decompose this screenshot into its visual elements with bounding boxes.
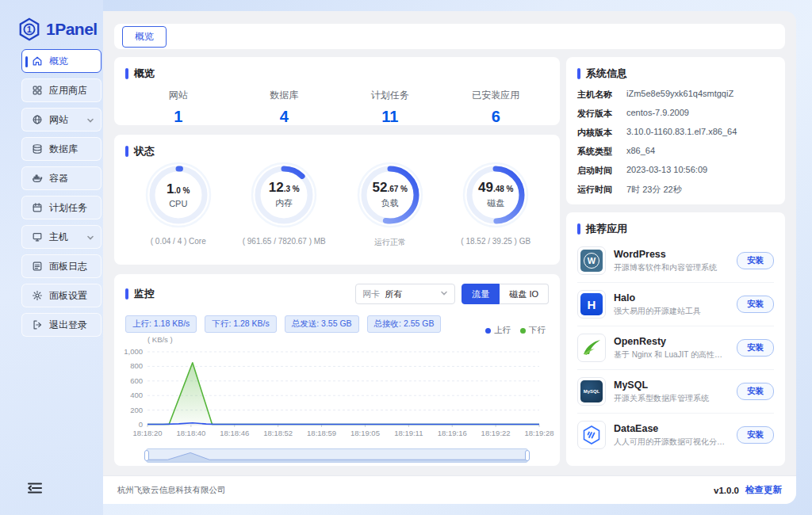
sidebar-item-database[interactable]: 数据库 [21, 137, 102, 161]
sidebar-item-label: 应用商店 [49, 84, 87, 97]
collapse-sidebar-icon[interactable] [27, 482, 43, 494]
sidebar-item-label: 数据库 [49, 143, 78, 156]
sidebar-menu: 概览 应用商店 网站 数据库 容器 计划任务 [21, 49, 102, 337]
gauge-subtext: ( 18.52 / 39.25 ) GB [461, 237, 530, 246]
gauge-label: 内存 [275, 197, 293, 209]
app-name[interactable]: MySQL [614, 380, 729, 391]
recommended-apps-card: 推荐应用 W WordPress 开源博客软件和内容管理系统 安装 H Halo… [566, 212, 785, 466]
settings-icon [32, 290, 43, 301]
stat-websites: 网站 1 [125, 89, 232, 126]
gauge-disk: 49.48 % 磁盘 ( 18.52 / 39.25 ) GB [443, 160, 550, 248]
badge-down-rate: 下行: 1.28 KB/s [205, 315, 276, 333]
svg-text:18:18:46: 18:18:46 [220, 429, 249, 437]
gauge-subtext: 运行正常 [374, 237, 406, 248]
footer: 杭州飞致云信息科技有限公司 v1.0.0 检查更新 [103, 475, 796, 504]
monitor-card-title: 监控 [125, 287, 155, 301]
svg-text:1,000: 1,000 [124, 347, 143, 356]
sidebar-item-label: 容器 [49, 172, 68, 185]
app-name[interactable]: DataEase [614, 423, 729, 434]
svg-text:18:19:16: 18:19:16 [438, 429, 467, 437]
install-button[interactable]: 安装 [737, 252, 774, 269]
legend-dot [485, 328, 491, 334]
stat-value[interactable]: 1 [125, 108, 232, 126]
home-icon [32, 55, 43, 67]
svg-text:18:19:05: 18:19:05 [350, 429, 380, 437]
stat-label: 已安装应用 [443, 89, 550, 102]
tab-overview[interactable]: 概览 [122, 26, 167, 48]
logs-icon [32, 261, 43, 272]
gauge-cpu: 1.0 % CPU ( 0.04 / 4 ) Core [125, 160, 232, 248]
topbar: 概览 [114, 24, 785, 49]
chevron-down-icon [440, 289, 448, 299]
stat-value[interactable]: 11 [337, 108, 443, 126]
brush-mini-chart [147, 449, 527, 462]
host-icon [32, 231, 43, 242]
monitor-card: 监控 网卡 所有 流量 磁盘 IO 上行: 1.18 KB/s 下行: 1.28… [114, 274, 560, 466]
badge-total-received: 总接收: 2.55 GB [367, 315, 442, 333]
sidebar-item-logout[interactable]: 退出登录 [21, 313, 102, 337]
svg-text:800: 800 [130, 361, 143, 370]
sidebar-item-label: 退出登录 [49, 319, 87, 332]
status-card-title: 状态 [125, 144, 549, 158]
svg-text:( KB/s ): ( KB/s ) [147, 335, 173, 344]
nic-select[interactable]: 网卡 所有 [355, 284, 455, 304]
svg-text:18:19:11: 18:19:11 [394, 429, 423, 437]
sidebar-item-panel-settings[interactable]: 面板设置 [21, 284, 102, 307]
sidebar-item-label: 面板设置 [49, 289, 87, 303]
install-button[interactable]: 安装 [737, 339, 774, 357]
stat-label: 数据库 [232, 89, 338, 102]
chart-brush[interactable] [146, 448, 528, 463]
info-row-release: 发行版本centos-7.9.2009 [577, 108, 774, 120]
overview-card-title: 概览 [125, 67, 549, 81]
sidebar-item-website[interactable]: 网站 [21, 108, 102, 132]
svg-text:1: 1 [27, 25, 32, 34]
container-icon [32, 173, 43, 184]
app-name[interactable]: OpenResty [614, 336, 729, 347]
install-button[interactable]: 安装 [737, 383, 774, 400]
stat-value[interactable]: 4 [232, 108, 338, 126]
logout-icon [32, 319, 43, 330]
svg-text:18:18:40: 18:18:40 [176, 429, 205, 437]
sidebar-item-label: 概览 [49, 55, 68, 68]
wordpress-icon: W [577, 246, 606, 275]
app-desc: 开源博客软件和内容管理系统 [614, 262, 729, 273]
sidebar-item-overview[interactable]: 概览 [21, 49, 102, 73]
1panel-dashboard: 1 1Panel 概览 应用商店 网站 数据库 [0, 0, 812, 515]
sidebar-item-container[interactable]: 容器 [21, 166, 102, 190]
sidebar-item-panel-logs[interactable]: 面板日志 [21, 254, 102, 278]
disk-io-button[interactable]: 磁盘 IO [500, 284, 549, 304]
sidebar-item-cronjob[interactable]: 计划任务 [21, 196, 102, 219]
install-button[interactable]: 安装 [737, 296, 774, 313]
main-panel: 概览 概览 网站 1 数据库 4 计划任务 11 已安装应用 [103, 11, 796, 504]
brush-handle-left[interactable] [144, 450, 149, 461]
overview-stats: 网站 1 数据库 4 计划任务 11 已安装应用 6 [125, 89, 549, 126]
badge-up-rate: 上行: 1.18 KB/s [125, 315, 197, 333]
install-button[interactable]: 安装 [737, 426, 774, 444]
openresty-icon [577, 334, 606, 362]
stat-databases: 数据库 4 [232, 89, 338, 126]
gauge-label: CPU [169, 199, 187, 208]
brush-handle-right[interactable] [525, 450, 530, 461]
svg-text:18:19:28: 18:19:28 [525, 429, 554, 437]
app-name[interactable]: WordPress [614, 249, 729, 260]
check-update-link[interactable]: 检查更新 [745, 484, 782, 496]
sidebar-item-label: 计划任务 [49, 201, 87, 215]
brand-name: 1Panel [46, 20, 98, 39]
sidebar-item-host[interactable]: 主机 [21, 225, 102, 249]
svg-text:600: 600 [130, 376, 143, 385]
traffic-button[interactable]: 流量 [462, 284, 500, 304]
gauge-label: 磁盘 [487, 197, 504, 209]
svg-text:18:18:59: 18:18:59 [307, 429, 336, 437]
stat-label: 计划任务 [337, 89, 443, 102]
stat-value[interactable]: 6 [443, 108, 550, 126]
chevron-down-icon [86, 116, 94, 124]
app-name[interactable]: Halo [614, 292, 729, 303]
appstore-icon [32, 85, 43, 96]
brand-logo[interactable]: 1 1Panel [17, 17, 98, 41]
info-row-arch: 系统类型x86_64 [577, 146, 774, 158]
app-row-wordpress: W WordPress 开源博客软件和内容管理系统 安装 [577, 239, 774, 283]
stat-installed-apps: 已安装应用 6 [443, 89, 550, 126]
sidebar-item-appstore[interactable]: 应用商店 [21, 78, 102, 102]
footer-company: 杭州飞致云信息科技有限公司 [117, 485, 226, 496]
website-icon [32, 114, 43, 125]
